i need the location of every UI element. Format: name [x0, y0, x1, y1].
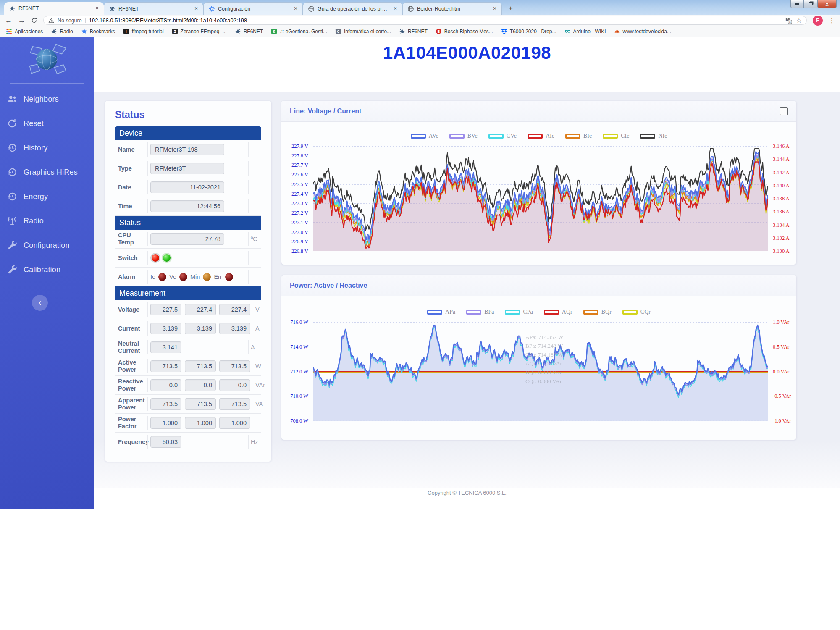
tooltip-line: BPa: 714.243 W: [525, 342, 563, 351]
value-box: 0.0: [150, 379, 181, 391]
new-tab-button[interactable]: +: [504, 3, 517, 14]
status-panel-title: Status: [115, 109, 261, 121]
device-id-title: 1A104E000A020198: [94, 43, 840, 63]
left-axis-tick: 226.8 V: [291, 248, 308, 255]
bookmark-item[interactable]: www.testdevelocida...: [614, 28, 671, 34]
bookmark-item[interactable]: ZZeranoe FFmpeg -...: [172, 28, 227, 34]
bookmark-star-icon[interactable]: ☆: [796, 17, 802, 24]
url-text[interactable]: 192.168.0.51:8080/RFMeter3TSts.html?fd00…: [89, 17, 247, 24]
legend-item-nie[interactable]: NIe: [640, 133, 667, 139]
security-label[interactable]: No seguro: [58, 18, 82, 24]
translate-icon[interactable]: Aa: [785, 17, 792, 24]
legend-item-bie[interactable]: BIe: [565, 133, 592, 139]
tab-title: RF6NET: [118, 6, 190, 12]
restore-button[interactable]: [804, 0, 817, 8]
legend-item-aqr[interactable]: AQr: [544, 309, 572, 315]
left-axis-tick: 716.0 W: [290, 319, 308, 326]
close-tab-icon[interactable]: ×: [292, 5, 299, 12]
legend-swatch: [565, 134, 580, 139]
row-unit: VA: [253, 397, 265, 411]
right-axis-tick: 3.134 A: [773, 222, 790, 228]
legend-item-bve[interactable]: BVe: [449, 133, 478, 139]
bookmark-item[interactable]: S.:: eGestiona. Gesti...: [271, 28, 327, 34]
close-tab-icon[interactable]: ×: [193, 5, 200, 12]
table-row: Time12:44:56: [116, 197, 261, 216]
legend-swatch: [583, 310, 598, 315]
bookmark-item[interactable]: Radio: [51, 28, 73, 34]
sidebar-item-graphics-hires[interactable]: Graphics HiRes: [0, 160, 94, 184]
voltage-current-chart-panel: Line: Voltage / Current AVeBVeCVeAIeBIeC…: [281, 101, 796, 265]
row-label: Current: [116, 325, 147, 332]
bookmark-item[interactable]: Bookmarks: [81, 28, 115, 34]
tab-strip: RF6NET×RF6NET×Configuración×Guia de oper…: [0, 0, 840, 15]
value-box: 713.5: [185, 360, 216, 372]
row-label: Time: [116, 203, 147, 210]
bookmark-item[interactable]: CInformática el corte...: [335, 28, 391, 34]
omnibox-divider: [85, 18, 86, 23]
sidebar-item-label: Calibration: [24, 265, 60, 274]
sidebar-item-reset[interactable]: Reset: [0, 111, 94, 136]
close-button[interactable]: x: [817, 0, 837, 8]
table-row: TypeRFMeter3T: [116, 159, 261, 178]
sidebar-item-history[interactable]: History: [0, 136, 94, 160]
bookmark-item[interactable]: fffmpeg tutorial: [123, 28, 164, 34]
back-button[interactable]: ←: [5, 17, 12, 24]
bookmark-item[interactable]: RF6NET: [399, 28, 428, 34]
browser-tab[interactable]: Configuración×: [203, 2, 303, 15]
reset-icon: [7, 118, 18, 129]
legend-item-apa[interactable]: APa: [427, 309, 455, 315]
bookmark-item[interactable]: Aplicaciones: [6, 28, 43, 34]
bookmark-label: www.testdevelocida...: [623, 29, 671, 34]
value-box: 713.5: [219, 398, 250, 410]
row-fields: 27.78: [147, 232, 248, 246]
legend-item-cqr[interactable]: CQr: [622, 309, 651, 315]
close-tab-icon[interactable]: ×: [392, 5, 399, 12]
legend-item-aie[interactable]: AIe: [528, 133, 554, 139]
sidebar-item-neighbors[interactable]: Neighbors: [0, 87, 94, 111]
sidebar-item-label: Graphics HiRes: [24, 168, 78, 177]
browser-tab[interactable]: RF6NET×: [104, 2, 203, 15]
sidebar-item-label: Reset: [24, 119, 44, 128]
left-axis-tick: 227.6 V: [291, 172, 308, 178]
menu-dots-icon[interactable]: ⋮: [829, 17, 835, 24]
apps-grid-icon: [6, 28, 12, 34]
bookmark-item[interactable]: Arduino - WIKI: [564, 28, 606, 34]
forward-button[interactable]: →: [18, 17, 25, 24]
bookmark-item[interactable]: BBosch Biphase Mes...: [436, 28, 493, 34]
legend-swatch: [622, 310, 638, 315]
browser-tab[interactable]: RF6NET×: [4, 2, 104, 15]
voltage-current-chart-canvas: [313, 146, 768, 251]
browser-tab[interactable]: Guia de operación de los progra×: [303, 2, 402, 15]
close-tab-icon[interactable]: ×: [94, 5, 100, 12]
legend-item-bqr[interactable]: BQr: [583, 309, 612, 315]
value-box: 12:44:56: [150, 200, 224, 212]
legend-item-ave[interactable]: AVe: [411, 133, 438, 139]
sidebar-item-configuration[interactable]: Configuration: [0, 233, 94, 257]
sidebar-item-radio[interactable]: Radio: [0, 209, 94, 233]
alarm-label: Ve: [169, 273, 176, 280]
browser-tab[interactable]: Border-Router.htm×: [402, 2, 502, 15]
sidebar-collapse-button[interactable]: ‹: [32, 295, 48, 311]
refresh-button[interactable]: [31, 17, 37, 24]
sidebar-item-energy[interactable]: Energy: [0, 184, 94, 209]
legend-item-cie[interactable]: CIe: [603, 133, 629, 139]
value-box: 11-02-2021: [150, 181, 224, 193]
chart-checkbox[interactable]: [780, 107, 788, 116]
legend-item-cpa[interactable]: CPa: [505, 309, 533, 315]
profile-avatar[interactable]: F: [813, 16, 823, 26]
address-bar[interactable]: No seguro 192.168.0.51:8080/RFMeter3TSts…: [43, 16, 807, 25]
bookmarks-bar: AplicacionesRadioBookmarksfffmpeg tutori…: [0, 26, 840, 37]
close-tab-icon[interactable]: ×: [491, 5, 498, 12]
legend-item-bpa[interactable]: BPa: [466, 309, 494, 315]
legend-label: CPa: [523, 309, 533, 315]
bookmark-item[interactable]: RF6NET: [235, 28, 263, 34]
row-label: Name: [116, 146, 147, 153]
minimize-button[interactable]: [790, 0, 804, 8]
bookmark-item[interactable]: T6000 2020 - Drop...: [501, 28, 556, 34]
not-secure-warning-icon[interactable]: [48, 18, 54, 24]
legend-swatch: [466, 310, 481, 315]
chart-body: AVeBVeCVeAIeBIeCIeNIe 227.9 V227.8 V227.…: [281, 122, 796, 265]
sidebar-item-calibration[interactable]: Calibration: [0, 257, 94, 282]
legend-item-cve[interactable]: CVe: [488, 133, 517, 139]
tooltip-line: BQr: 0.000 VAr: [525, 368, 563, 377]
